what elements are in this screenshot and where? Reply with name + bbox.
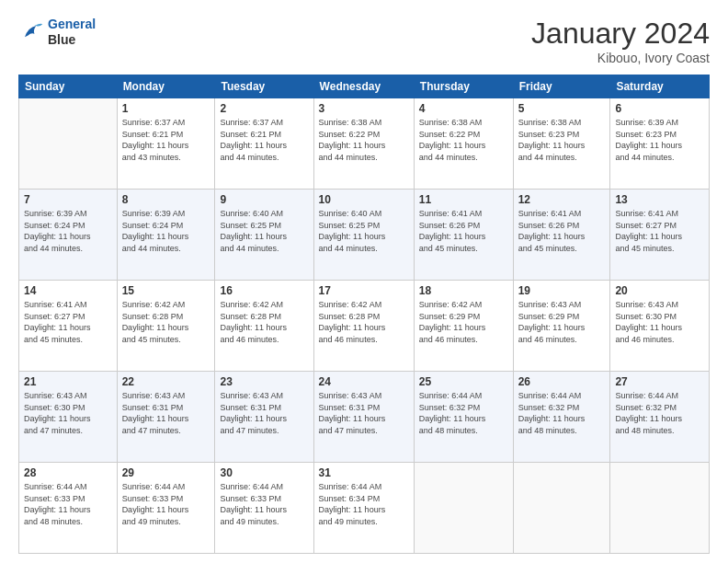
calendar-cell: 18Sunrise: 6:42 AM Sunset: 6:29 PM Dayli… <box>414 281 513 372</box>
day-number: 26 <box>518 375 606 388</box>
day-number: 31 <box>319 466 409 479</box>
header: General Blue January 2024 Kibouo, Ivory … <box>18 17 710 65</box>
calendar-row-2: 7Sunrise: 6:39 AM Sunset: 6:24 PM Daylig… <box>19 190 710 281</box>
day-number: 23 <box>220 375 308 388</box>
calendar-cell <box>513 463 610 554</box>
calendar-cell <box>414 463 513 554</box>
day-number: 28 <box>24 466 112 479</box>
calendar-cell: 28Sunrise: 6:44 AM Sunset: 6:33 PM Dayli… <box>19 463 118 554</box>
calendar-cell: 13Sunrise: 6:41 AM Sunset: 6:27 PM Dayli… <box>610 190 710 281</box>
col-header-sunday: Sunday <box>19 75 118 98</box>
calendar-cell: 6Sunrise: 6:39 AM Sunset: 6:23 PM Daylig… <box>610 98 710 190</box>
day-number: 20 <box>615 284 704 297</box>
calendar-cell <box>610 463 710 554</box>
calendar-cell: 4Sunrise: 6:38 AM Sunset: 6:22 PM Daylig… <box>414 98 513 190</box>
logo-icon <box>18 19 44 45</box>
day-number: 7 <box>24 193 112 206</box>
col-header-monday: Monday <box>117 75 215 98</box>
calendar-cell: 23Sunrise: 6:43 AM Sunset: 6:31 PM Dayli… <box>215 372 313 463</box>
day-info: Sunrise: 6:43 AM Sunset: 6:30 PM Dayligh… <box>615 299 704 345</box>
day-number: 27 <box>615 375 704 388</box>
day-number: 9 <box>220 193 308 206</box>
day-number: 22 <box>122 375 210 388</box>
day-info: Sunrise: 6:39 AM Sunset: 6:23 PM Dayligh… <box>615 117 704 163</box>
calendar-cell: 19Sunrise: 6:43 AM Sunset: 6:29 PM Dayli… <box>513 281 610 372</box>
day-number: 19 <box>518 284 606 297</box>
calendar-cell: 15Sunrise: 6:42 AM Sunset: 6:28 PM Dayli… <box>117 281 215 372</box>
day-number: 11 <box>419 193 508 206</box>
calendar: SundayMondayTuesdayWednesdayThursdayFrid… <box>18 75 710 554</box>
calendar-cell: 30Sunrise: 6:44 AM Sunset: 6:33 PM Dayli… <box>215 463 313 554</box>
day-number: 8 <box>122 193 210 206</box>
day-number: 29 <box>122 466 210 479</box>
col-header-tuesday: Tuesday <box>215 75 313 98</box>
day-number: 2 <box>220 102 308 115</box>
day-number: 17 <box>319 284 409 297</box>
calendar-cell: 8Sunrise: 6:39 AM Sunset: 6:24 PM Daylig… <box>117 190 215 281</box>
day-number: 12 <box>518 193 606 206</box>
calendar-cell: 14Sunrise: 6:41 AM Sunset: 6:27 PM Dayli… <box>19 281 118 372</box>
day-info: Sunrise: 6:41 AM Sunset: 6:26 PM Dayligh… <box>518 208 606 254</box>
calendar-cell: 20Sunrise: 6:43 AM Sunset: 6:30 PM Dayli… <box>610 281 710 372</box>
calendar-cell: 25Sunrise: 6:44 AM Sunset: 6:32 PM Dayli… <box>414 372 513 463</box>
calendar-cell: 31Sunrise: 6:44 AM Sunset: 6:34 PM Dayli… <box>313 463 414 554</box>
calendar-cell: 11Sunrise: 6:41 AM Sunset: 6:26 PM Dayli… <box>414 190 513 281</box>
calendar-cell: 26Sunrise: 6:44 AM Sunset: 6:32 PM Dayli… <box>513 372 610 463</box>
day-info: Sunrise: 6:40 AM Sunset: 6:25 PM Dayligh… <box>319 208 409 254</box>
day-info: Sunrise: 6:44 AM Sunset: 6:32 PM Dayligh… <box>419 390 508 436</box>
day-info: Sunrise: 6:43 AM Sunset: 6:30 PM Dayligh… <box>24 390 112 436</box>
logo-text: General Blue <box>48 17 96 48</box>
day-info: Sunrise: 6:43 AM Sunset: 6:31 PM Dayligh… <box>122 390 210 436</box>
day-number: 4 <box>419 102 508 115</box>
calendar-cell: 22Sunrise: 6:43 AM Sunset: 6:31 PM Dayli… <box>117 372 215 463</box>
day-info: Sunrise: 6:39 AM Sunset: 6:24 PM Dayligh… <box>24 208 112 254</box>
day-info: Sunrise: 6:41 AM Sunset: 6:26 PM Dayligh… <box>419 208 508 254</box>
day-info: Sunrise: 6:44 AM Sunset: 6:33 PM Dayligh… <box>220 481 308 527</box>
day-info: Sunrise: 6:38 AM Sunset: 6:23 PM Dayligh… <box>518 117 606 163</box>
day-number: 18 <box>419 284 508 297</box>
calendar-header-row: SundayMondayTuesdayWednesdayThursdayFrid… <box>19 75 710 98</box>
day-info: Sunrise: 6:37 AM Sunset: 6:21 PM Dayligh… <box>220 117 308 163</box>
col-header-thursday: Thursday <box>414 75 513 98</box>
day-number: 30 <box>220 466 308 479</box>
day-number: 24 <box>319 375 409 388</box>
calendar-row-1: 1Sunrise: 6:37 AM Sunset: 6:21 PM Daylig… <box>19 98 710 190</box>
calendar-cell: 3Sunrise: 6:38 AM Sunset: 6:22 PM Daylig… <box>313 98 414 190</box>
day-info: Sunrise: 6:41 AM Sunset: 6:27 PM Dayligh… <box>615 208 704 254</box>
day-info: Sunrise: 6:44 AM Sunset: 6:34 PM Dayligh… <box>319 481 409 527</box>
day-number: 3 <box>319 102 409 115</box>
calendar-cell: 2Sunrise: 6:37 AM Sunset: 6:21 PM Daylig… <box>215 98 313 190</box>
calendar-row-3: 14Sunrise: 6:41 AM Sunset: 6:27 PM Dayli… <box>19 281 710 372</box>
day-info: Sunrise: 6:43 AM Sunset: 6:31 PM Dayligh… <box>220 390 308 436</box>
day-info: Sunrise: 6:42 AM Sunset: 6:28 PM Dayligh… <box>122 299 210 345</box>
day-info: Sunrise: 6:44 AM Sunset: 6:32 PM Dayligh… <box>518 390 606 436</box>
day-number: 1 <box>122 102 210 115</box>
calendar-cell: 27Sunrise: 6:44 AM Sunset: 6:32 PM Dayli… <box>610 372 710 463</box>
day-number: 25 <box>419 375 508 388</box>
col-header-friday: Friday <box>513 75 610 98</box>
day-number: 14 <box>24 284 112 297</box>
day-number: 5 <box>518 102 606 115</box>
calendar-cell: 12Sunrise: 6:41 AM Sunset: 6:26 PM Dayli… <box>513 190 610 281</box>
day-number: 6 <box>615 102 704 115</box>
day-info: Sunrise: 6:44 AM Sunset: 6:32 PM Dayligh… <box>615 390 704 436</box>
day-info: Sunrise: 6:42 AM Sunset: 6:29 PM Dayligh… <box>419 299 508 345</box>
day-info: Sunrise: 6:42 AM Sunset: 6:28 PM Dayligh… <box>220 299 308 345</box>
col-header-wednesday: Wednesday <box>313 75 414 98</box>
calendar-cell: 17Sunrise: 6:42 AM Sunset: 6:28 PM Dayli… <box>313 281 414 372</box>
day-info: Sunrise: 6:44 AM Sunset: 6:33 PM Dayligh… <box>24 481 112 527</box>
calendar-cell: 10Sunrise: 6:40 AM Sunset: 6:25 PM Dayli… <box>313 190 414 281</box>
day-info: Sunrise: 6:37 AM Sunset: 6:21 PM Dayligh… <box>122 117 210 163</box>
day-number: 21 <box>24 375 112 388</box>
month-title: January 2024 <box>531 17 710 51</box>
title-block: January 2024 Kibouo, Ivory Coast <box>531 17 710 65</box>
calendar-cell: 24Sunrise: 6:43 AM Sunset: 6:31 PM Dayli… <box>313 372 414 463</box>
calendar-row-4: 21Sunrise: 6:43 AM Sunset: 6:30 PM Dayli… <box>19 372 710 463</box>
calendar-cell: 29Sunrise: 6:44 AM Sunset: 6:33 PM Dayli… <box>117 463 215 554</box>
day-info: Sunrise: 6:43 AM Sunset: 6:31 PM Dayligh… <box>319 390 409 436</box>
day-info: Sunrise: 6:38 AM Sunset: 6:22 PM Dayligh… <box>419 117 508 163</box>
location-title: Kibouo, Ivory Coast <box>531 51 710 65</box>
day-number: 10 <box>319 193 409 206</box>
page: General Blue January 2024 Kibouo, Ivory … <box>0 0 728 563</box>
day-info: Sunrise: 6:44 AM Sunset: 6:33 PM Dayligh… <box>122 481 210 527</box>
